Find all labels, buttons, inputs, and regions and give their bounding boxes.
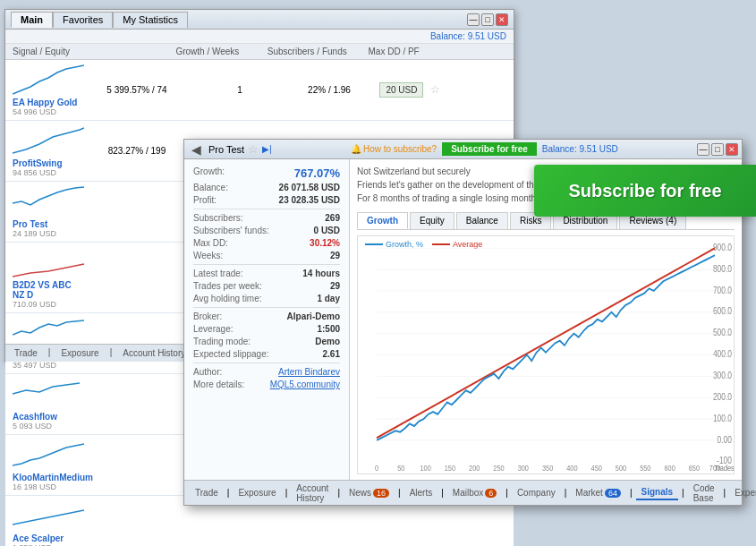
col-subs-header: Subscribers / Funds xyxy=(264,47,351,56)
signal-name[interactable]: Pro Test xyxy=(13,219,79,229)
btab-news[interactable]: News16 xyxy=(344,486,395,499)
signal-info: KlooMartinMedium 16 198 USD xyxy=(13,439,79,491)
divider xyxy=(193,209,340,209)
main-tabs: Main Favorites My Statistics xyxy=(11,12,188,28)
maximize-button[interactable]: □ xyxy=(481,13,494,26)
star-icon[interactable]: ☆ xyxy=(430,83,440,96)
stat-balance: Balance: 26 071.58 USD xyxy=(193,183,340,192)
sparkline-chart xyxy=(13,246,84,278)
signal-info: ProfitSwing 94 856 USD xyxy=(13,124,79,177)
subscribe-overlay[interactable]: Subscribe for free xyxy=(534,165,756,217)
signal-info: EA Happy Gold 54 996 USD xyxy=(13,64,79,116)
signal-price-cell: 20 USD ☆ xyxy=(374,82,446,98)
btab-mailbox[interactable]: Mailbox6 xyxy=(447,486,502,499)
sparkline-chart xyxy=(13,439,84,471)
stat-author: Author: Artem Bindarev xyxy=(193,367,340,377)
signal-growth: 823.27% / 199 xyxy=(79,146,195,156)
table-row: EA Happy Gold 54 996 USD 5 399.57% / 74 … xyxy=(5,60,514,121)
bottom-tab-trade[interactable]: Trade xyxy=(11,347,41,359)
btab-trade[interactable]: Trade xyxy=(190,486,224,499)
svg-text:100: 100 xyxy=(420,463,431,473)
btab-exposure[interactable]: Exposure xyxy=(233,486,281,499)
window-controls-front: — □ ✕ xyxy=(697,143,738,156)
chart-tab-balance[interactable]: Balance xyxy=(456,212,508,229)
svg-text:800.0: 800.0 xyxy=(713,263,732,274)
btab-code-base[interactable]: Code Base xyxy=(688,482,720,505)
stat-profit: Profit: 23 028.35 USD xyxy=(193,195,340,205)
divider xyxy=(193,264,340,265)
signal-name[interactable]: Ace Scalper xyxy=(13,533,79,543)
chart-tab-growth[interactable]: Growth xyxy=(357,212,408,229)
close-button[interactable]: ✕ xyxy=(496,13,508,26)
col-maxdd-header: Max DD / PF xyxy=(351,47,437,56)
price-button[interactable]: 20 USD xyxy=(379,82,423,98)
maximize-button-front[interactable]: □ xyxy=(711,143,724,156)
signal-name[interactable]: Acashflow xyxy=(13,412,79,422)
svg-text:300: 300 xyxy=(518,463,530,473)
btab-alerts[interactable]: Alerts xyxy=(404,486,438,499)
tab-main[interactable]: Main xyxy=(11,12,53,28)
signal-indicator: ▶| xyxy=(262,144,272,154)
svg-text:550: 550 xyxy=(640,463,651,473)
sparkline-chart xyxy=(13,499,84,532)
svg-text:600.0: 600.0 xyxy=(713,305,732,316)
signal-name[interactable]: ProfitSwing xyxy=(13,158,79,168)
signal-usd: 24 189 USD xyxy=(13,229,79,238)
signal-name[interactable]: B2D2 VS ABC NZ D xyxy=(13,280,79,300)
tab-favorites[interactable]: Favorites xyxy=(53,12,113,28)
stat-weeks: Weeks: 29 xyxy=(193,251,340,260)
svg-text:600: 600 xyxy=(664,463,675,473)
btab-account-history[interactable]: Account History xyxy=(291,482,334,505)
signal-name[interactable]: EA Happy Gold xyxy=(13,98,79,107)
signal-info: Pro Test 24 189 USD xyxy=(13,185,79,238)
stat-latest-trade: Latest trade: 14 hours xyxy=(193,269,340,278)
svg-text:700.0: 700.0 xyxy=(713,285,732,295)
sparkline-chart xyxy=(13,185,84,218)
stat-trades-per-week: Trades per week: 29 xyxy=(193,281,340,291)
back-arrow-button[interactable]: ◀ xyxy=(188,142,205,157)
svg-text:900.0: 900.0 xyxy=(713,242,732,252)
growth-chart: 900.0 800.0 700.0 600.0 500.0 400.0 300.… xyxy=(358,236,734,473)
front-title-bar: ◀ Pro Test ☆ ▶| 🔔 How to subscribe? Subs… xyxy=(184,140,742,159)
signal-info: Ace Scalper 1 850 USD xyxy=(13,499,79,546)
signal-usd: 5 093 USD xyxy=(13,422,79,431)
signal-usd: 54 996 USD xyxy=(13,107,79,116)
svg-text:Trades: Trades xyxy=(714,463,734,473)
star-icon[interactable]: ☆ xyxy=(248,142,259,156)
svg-text:200: 200 xyxy=(469,463,480,473)
tab-my-statistics[interactable]: My Statistics xyxy=(113,12,188,28)
svg-line-37 xyxy=(377,248,715,438)
stat-growth: Growth: 767.07% xyxy=(193,166,340,180)
chart-tab-equity[interactable]: Equity xyxy=(410,212,454,229)
svg-text:650: 650 xyxy=(689,463,701,473)
bottom-tab-account-history[interactable]: Account History xyxy=(119,347,189,359)
back-title-bar: Main Favorites My Statistics — □ ✕ xyxy=(5,10,514,30)
sparkline-chart xyxy=(13,64,84,96)
stat-maxdd: Max DD: 30.12% xyxy=(193,238,340,248)
btab-signals[interactable]: Signals xyxy=(636,485,679,500)
signal-usd: 35 497 USD xyxy=(13,361,79,370)
stats-panel: Growth: 767.07% Balance: 26 071.58 USD P… xyxy=(184,159,350,480)
signal-name[interactable]: KlooMartinMedium xyxy=(13,473,79,482)
how-to-link[interactable]: 🔔 How to subscribe? xyxy=(351,144,437,154)
minimize-button[interactable]: — xyxy=(467,13,480,26)
btab-market[interactable]: Market64 xyxy=(570,486,626,499)
signal-usd: 16 198 USD xyxy=(13,482,79,491)
close-button-front[interactable]: ✕ xyxy=(726,143,738,156)
stat-leverage: Leverage: 1:500 xyxy=(193,324,340,334)
stat-broker: Broker: Alpari-Demo xyxy=(193,311,340,321)
signal-info: Acashflow 5 093 USD xyxy=(13,378,79,431)
minimize-button-front[interactable]: — xyxy=(697,143,709,156)
svg-text:300.0: 300.0 xyxy=(713,370,732,380)
svg-text:150: 150 xyxy=(445,463,456,473)
btab-experts[interactable]: Experts xyxy=(729,486,756,499)
svg-text:50: 50 xyxy=(397,463,404,473)
btab-company[interactable]: Company xyxy=(512,486,561,499)
stat-subfunds: Subscribers' funds: 0 USD xyxy=(193,226,340,235)
bottom-tab-exposure[interactable]: Exposure xyxy=(57,347,102,359)
subscribe-button-header[interactable]: Subscribe for free xyxy=(442,142,537,156)
divider xyxy=(193,363,340,363)
svg-text:350: 350 xyxy=(542,463,554,473)
stat-avg-holding: Avg holding time: 1 day xyxy=(193,294,340,303)
signal-usd: 94 856 USD xyxy=(13,168,79,177)
